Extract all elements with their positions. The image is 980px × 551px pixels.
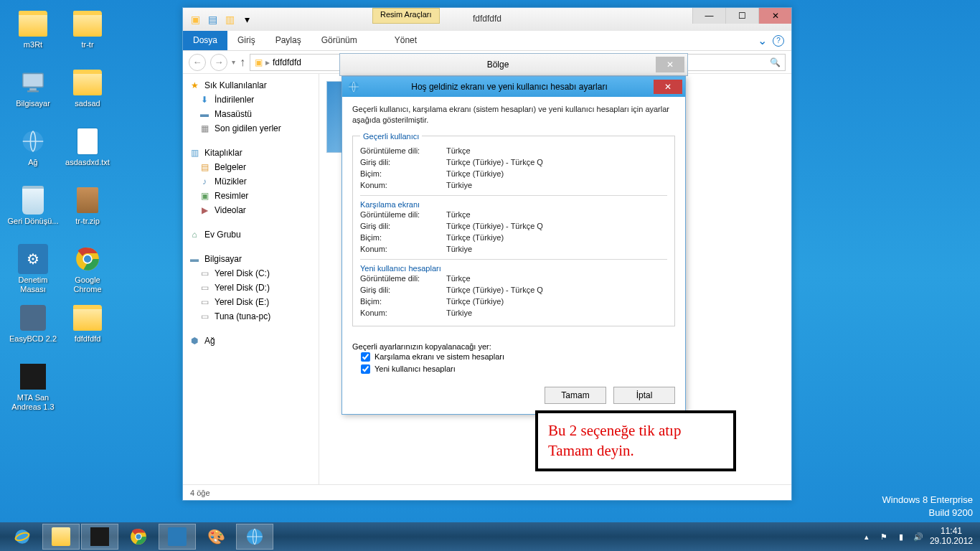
navigation-pane: ★Sık Kullanılanlar ⬇İndirilenler ▬Masaüs… bbox=[183, 74, 319, 484]
tree-libraries[interactable]: ▥Kitaplıklar bbox=[186, 146, 316, 160]
help-icon[interactable]: ? bbox=[773, 35, 784, 47]
sadsad-folder-icon[interactable]: sadsad bbox=[60, 65, 115, 119]
download-icon: ⬇ bbox=[199, 94, 210, 105]
current-user-legend: Geçerli kullanıcı bbox=[360, 132, 422, 141]
tray-clock[interactable]: 11:41 29.10.2012 bbox=[930, 527, 973, 547]
row-display-1: Görüntüleme dili:Türkçe bbox=[360, 145, 667, 156]
fdfdfdfd-folder-icon[interactable]: fdfdfdfd bbox=[60, 300, 115, 354]
row-display-3: Görüntüleme dili:Türkçe bbox=[360, 273, 667, 284]
tray-up-icon[interactable]: ▴ bbox=[861, 531, 872, 542]
breadcrumb-text: fdfdfdfd bbox=[273, 57, 301, 67]
tree-documents[interactable]: ▤Belgeler bbox=[186, 160, 316, 174]
computer-icon[interactable]: Bilgisayar bbox=[6, 65, 60, 119]
svg-rect-0 bbox=[23, 73, 44, 87]
chrome-icon[interactable]: Google Chrome bbox=[60, 241, 115, 296]
ribbon-view-tab[interactable]: Görünüm bbox=[311, 31, 367, 50]
txt-file-icon[interactable]: asdasdxd.txt bbox=[60, 123, 115, 178]
row-display-2: Görüntüleme dili:Türkçe bbox=[360, 209, 667, 220]
desktop-col-1: m3Rt Bilgisayar Ağ Geri Dönüşü... ⚙Denet… bbox=[6, 6, 60, 418]
new-users-legend: Yeni kullanıcı hesapları bbox=[360, 259, 667, 273]
annotation-callout: Bu 2 seçeneğe tik atıp Tamam deyin. bbox=[535, 410, 736, 471]
close-button[interactable]: ✕ bbox=[758, 8, 791, 24]
network-tree-icon: ⬢ bbox=[189, 335, 200, 347]
dialog-titlebar[interactable]: Hoş geldiniz ekranı ve yeni kullanıcı he… bbox=[342, 77, 685, 97]
row-input-2: Giriş dili:Türkçe (Türkiye) - Türkçe Q bbox=[360, 220, 667, 232]
user-folder-icon[interactable]: m3Rt bbox=[6, 6, 60, 60]
recycle-bin-icon[interactable]: Geri Dönüşü... bbox=[6, 182, 60, 237]
tray-network-icon[interactable]: ▮ bbox=[895, 531, 907, 542]
tree-desktop[interactable]: ▬Masaüstü bbox=[186, 107, 316, 121]
folder-qat-icon[interactable]: ▣ bbox=[187, 11, 203, 27]
nav-history-dropdown-icon[interactable]: ▾ bbox=[232, 58, 235, 66]
tray-date: 29.10.2012 bbox=[930, 537, 973, 547]
svg-rect-2 bbox=[27, 90, 39, 92]
qat-dropdown-icon[interactable]: ▾ bbox=[239, 11, 255, 27]
nav-back-button[interactable]: ← bbox=[189, 54, 206, 71]
tree-favorites[interactable]: ★Sık Kullanılanlar bbox=[186, 78, 316, 93]
trtr-folder-icon[interactable]: tr-tr bbox=[60, 6, 115, 60]
taskbar-chrome[interactable] bbox=[120, 524, 157, 550]
taskbar-paint[interactable]: 🎨 bbox=[197, 524, 235, 550]
tree-disk-e[interactable]: ▭Yerel Disk (E:) bbox=[186, 295, 316, 309]
tree-computer[interactable]: ▬Bilgisayar bbox=[186, 252, 316, 266]
tree-network[interactable]: ⬢Ağ bbox=[186, 334, 316, 348]
nav-forward-button[interactable]: → bbox=[210, 54, 227, 71]
tree-recent[interactable]: ▦Son gidilen yerler bbox=[186, 121, 316, 136]
minimize-button[interactable]: — bbox=[692, 8, 725, 24]
new-folder-qat-icon[interactable]: ▥ bbox=[222, 11, 237, 27]
easybcd-icon[interactable]: EasyBCD 2.2 bbox=[6, 300, 60, 354]
explorer-title: fdfdfdfd bbox=[473, 14, 501, 24]
control-panel-icon[interactable]: ⚙Denetim Masası bbox=[6, 241, 60, 296]
row-location-2: Konum:Türkiye bbox=[360, 243, 667, 255]
region-dialog-titlebar[interactable]: Bölge ✕ bbox=[339, 53, 688, 76]
taskbar-taskmgr[interactable] bbox=[159, 524, 196, 550]
taskbar-ie[interactable] bbox=[4, 524, 41, 550]
computer-tree-icon: ▬ bbox=[189, 253, 200, 265]
region-close-button[interactable]: ✕ bbox=[656, 57, 684, 72]
taskbar-region[interactable] bbox=[236, 524, 273, 550]
maximize-button[interactable]: ☐ bbox=[725, 8, 758, 24]
dialog-close-button[interactable]: ✕ bbox=[654, 80, 682, 94]
taskbar-mta[interactable] bbox=[81, 524, 118, 550]
nav-up-button[interactable]: ↑ bbox=[240, 56, 245, 69]
tree-pictures[interactable]: ▣Resimler bbox=[186, 189, 316, 203]
ribbon-expand-icon[interactable]: ⌄ bbox=[758, 34, 767, 47]
cancel-button[interactable]: İptal bbox=[613, 387, 675, 404]
picture-tools-tab[interactable]: Resim Araçları bbox=[372, 8, 440, 24]
welcome-screen-checkbox[interactable]: Karşılama ekranı ve sistem hesapları bbox=[352, 351, 675, 363]
taskbar-explorer[interactable] bbox=[42, 524, 80, 550]
tray-volume-icon[interactable]: 🔊 bbox=[913, 531, 924, 542]
ribbon-home-tab[interactable]: Giriş bbox=[227, 31, 265, 50]
network-drive-icon: ▭ bbox=[199, 311, 210, 322]
ribbon-tabs: Dosya Giriş Paylaş Görünüm Yönet ⌄ ? bbox=[183, 31, 791, 51]
tree-disk-d[interactable]: ▭Yerel Disk (D:) bbox=[186, 281, 316, 295]
tray-flag-icon[interactable]: ⚑ bbox=[878, 531, 890, 542]
ribbon-share-tab[interactable]: Paylaş bbox=[265, 31, 311, 50]
tree-music[interactable]: ♪Müzikler bbox=[186, 174, 316, 189]
tree-homegroup[interactable]: ⌂Ev Grubu bbox=[186, 227, 316, 242]
welcome-screen-legend: Karşılama ekranı bbox=[360, 195, 667, 209]
new-users-checkbox-input[interactable] bbox=[361, 364, 370, 374]
music-icon: ♪ bbox=[199, 176, 210, 187]
tree-downloads[interactable]: ⬇İndirilenler bbox=[186, 93, 316, 107]
row-location-1: Konum:Türkiye bbox=[360, 179, 667, 191]
quick-access-toolbar: ▣ ▤ ▥ ▾ bbox=[183, 11, 259, 27]
explorer-titlebar[interactable]: ▣ ▤ ▥ ▾ Resim Araçları fdfdfdfd — ☐ ✕ bbox=[183, 8, 791, 31]
copy-settings-section: Geçerli ayarlarınızın kopyalanacağı yer:… bbox=[342, 336, 685, 375]
tree-videos[interactable]: ▶Videolar bbox=[186, 203, 316, 217]
mta-icon[interactable]: MTA San Andreas 1.3 bbox=[6, 359, 60, 413]
network-icon[interactable]: Ağ bbox=[6, 123, 60, 178]
ribbon-file-tab[interactable]: Dosya bbox=[183, 31, 227, 50]
ok-button[interactable]: Tamam bbox=[545, 387, 606, 404]
tree-tuna[interactable]: ▭Tuna (tuna-pc) bbox=[186, 309, 316, 324]
properties-qat-icon[interactable]: ▤ bbox=[204, 11, 220, 27]
zip-file-icon[interactable]: tr-tr.zip bbox=[60, 182, 115, 237]
new-users-checkbox[interactable]: Yeni kullanıcı hesapları bbox=[352, 363, 675, 375]
dialog-description: Geçerli kullanıcı, karşılama ekranı (sis… bbox=[352, 104, 675, 126]
ribbon-manage-tab[interactable]: Yönet bbox=[385, 31, 427, 50]
videos-icon: ▶ bbox=[199, 204, 210, 216]
welcome-screen-checkbox-input[interactable] bbox=[361, 352, 370, 362]
watermark-line1: Windows 8 Enterprise bbox=[882, 494, 973, 507]
tree-disk-c[interactable]: ▭Yerel Disk (C:) bbox=[186, 266, 316, 281]
row-format-1: Biçim:Türkçe (Türkiye) bbox=[360, 168, 667, 179]
